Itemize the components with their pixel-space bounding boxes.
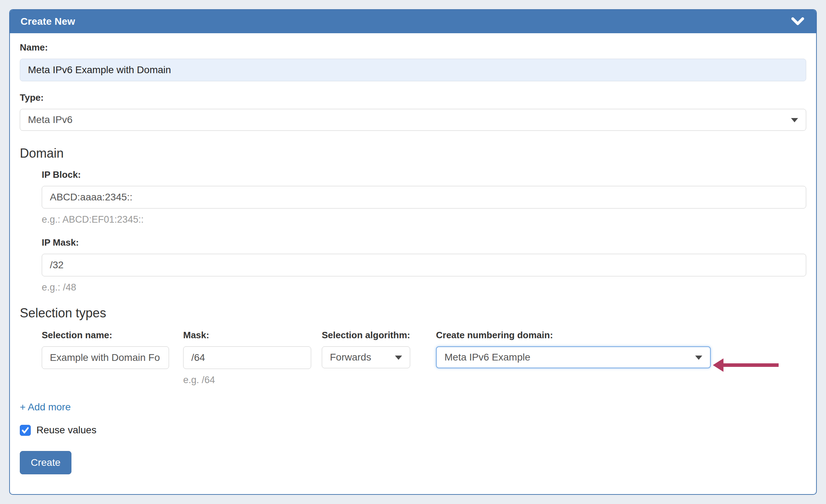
numbering-domain-column: Create numbering domain: Meta IPv6 Examp… [436,329,711,368]
selection-type-row: Selection name: Mask: e.g. /64 Selection… [42,329,806,386]
reuse-values-row[interactable]: Reuse values [20,424,806,436]
mask-column: Mask: e.g. /64 [183,329,311,386]
selection-algorithm-label: Selection algorithm: [322,329,410,341]
mask-label: Mask: [183,329,311,341]
selection-types-heading: Selection types [20,305,806,321]
selection-algorithm-select[interactable]: Forwards [322,346,410,368]
numbering-domain-value: Meta IPv6 Example [444,352,530,363]
numbering-domain-label: Create numbering domain: [436,329,711,341]
chevron-down-icon [791,17,804,26]
ip-mask-input[interactable] [42,254,806,276]
ip-mask-label: IP Mask: [42,237,806,248]
create-button[interactable]: Create [20,451,71,474]
panel-header: Create New [10,10,816,33]
reuse-values-checkbox[interactable] [20,425,31,436]
panel-title: Create New [21,16,75,27]
collapse-toggle[interactable] [791,17,805,26]
mask-hint: e.g. /64 [183,374,311,386]
ip-mask-hint: e.g.: /48 [42,281,806,293]
ip-block-hint: e.g.: ABCD:EF01:2345:: [42,213,806,225]
numbering-domain-select[interactable]: Meta IPv6 Example [436,346,711,368]
check-icon [21,426,29,434]
type-select[interactable]: Meta IPv6 [20,109,806,131]
selection-algorithm-value: Forwards [330,352,371,363]
selection-name-input[interactable] [42,346,169,369]
caret-down-icon [791,118,798,122]
name-input[interactable] [20,59,806,81]
reuse-values-label: Reuse values [36,424,97,436]
domain-section: IP Block: e.g.: ABCD:EF01:2345:: IP Mask… [42,169,806,293]
selection-name-label: Selection name: [42,329,169,341]
add-more-link[interactable]: + Add more [20,402,71,413]
domain-section-heading: Domain [20,146,806,161]
arrow-shaft [722,363,779,367]
mask-input[interactable] [183,346,311,369]
name-label: Name: [20,42,806,53]
caret-down-icon [395,356,402,360]
annotation-arrow-icon [713,358,779,372]
type-select-value: Meta IPv6 [28,114,72,125]
selection-algorithm-column: Selection algorithm: Forwards [322,329,410,368]
ip-block-label: IP Block: [42,169,806,180]
panel-body: Name: Type: Meta IPv6 Domain IP Block: e… [10,33,816,484]
ip-block-input[interactable] [42,186,806,209]
caret-down-icon [695,356,702,360]
type-label: Type: [20,92,806,103]
selection-name-column: Selection name: [42,329,169,369]
create-new-panel: Create New Name: Type: Meta IPv6 Domain … [9,9,817,495]
